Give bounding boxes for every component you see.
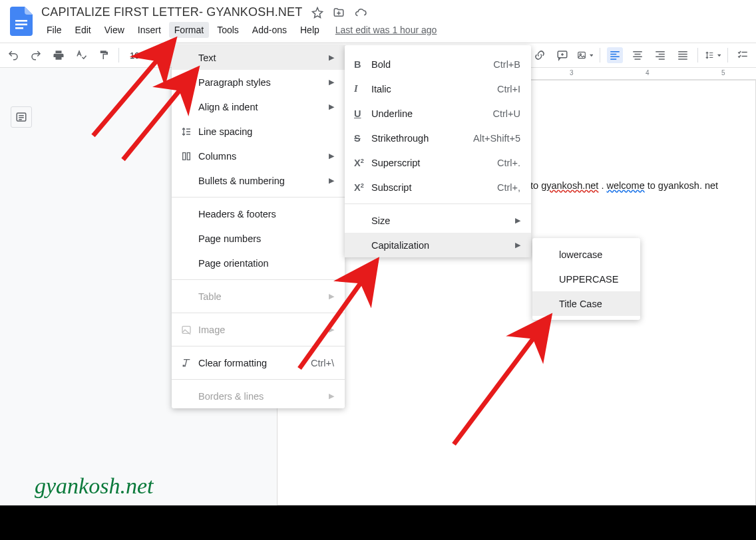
format-line-spacing[interactable]: Line spacing [172, 119, 345, 144]
format-dropdown: Text▶ Paragraph styles▶ Align & indent▶ … [172, 45, 345, 408]
redo-icon[interactable] [28, 47, 44, 63]
align-center-icon[interactable] [630, 47, 646, 63]
text-italic[interactable]: IItalicCtrl+I [345, 76, 531, 101]
menu-tools[interactable]: Tools [212, 22, 244, 38]
format-align-indent[interactable]: Align & indent▶ [172, 94, 345, 119]
outline-toggle-icon[interactable] [11, 106, 32, 128]
move-icon[interactable] [333, 7, 345, 19]
capitalization-submenu: lowercase UPPERCASE Title Case [532, 238, 640, 320]
last-edit-link[interactable]: Last edit was 1 hour ago [335, 25, 437, 35]
text-submenu: BBoldCtrl+B IItalicCtrl+I UUnderlineCtrl… [345, 45, 531, 257]
text-capitalization[interactable]: Capitalization▶ [345, 233, 531, 257]
document-text[interactable]: to gyankosh.net . welcome to gyankosh. n… [530, 180, 756, 191]
format-table: Table▶ [172, 284, 345, 309]
text-strikethrough[interactable]: SStrikethroughAlt+Shift+5 [345, 126, 531, 150]
format-columns[interactable]: Columns▶ [172, 144, 345, 168]
format-clear-formatting[interactable]: Clear formattingCtrl+\ [172, 350, 345, 375]
menu-addons[interactable]: Add-ons [247, 22, 292, 38]
align-left-icon[interactable] [607, 47, 623, 63]
svg-rect-1 [15, 24, 27, 26]
spellcheck-icon[interactable] [73, 47, 89, 63]
format-headers-footers[interactable]: Headers & footers [172, 202, 345, 226]
text-underline[interactable]: UUnderlineCtrl+U [345, 101, 531, 126]
text-superscript[interactable]: X2SuperscriptCtrl+. [345, 150, 531, 175]
menu-format[interactable]: Format [169, 22, 209, 38]
docs-logo[interactable] [8, 8, 35, 35]
format-page-orientation[interactable]: Page orientation [172, 251, 345, 275]
text-bold[interactable]: BBoldCtrl+B [345, 52, 531, 76]
undo-icon[interactable] [5, 47, 21, 63]
svg-rect-0 [15, 20, 27, 22]
align-justify-icon[interactable] [675, 47, 691, 63]
insert-image-icon[interactable] [577, 47, 593, 63]
format-text[interactable]: Text▶ [172, 45, 345, 70]
watermark: gyankosh.net [35, 473, 153, 499]
svg-rect-2 [15, 27, 23, 29]
menu-edit[interactable]: Edit [70, 22, 96, 38]
format-bullets-numbering[interactable]: Bullets & numbering▶ [172, 168, 345, 193]
menu-insert[interactable]: Insert [132, 22, 166, 38]
svg-rect-7 [182, 326, 190, 333]
document-title[interactable]: CAPITALIZE FIRST LETTER- GYANKOSH.NET [41, 5, 302, 19]
format-image: Image▶ [172, 317, 345, 342]
align-right-icon[interactable] [652, 47, 668, 63]
text-subscript[interactable]: X2SubscriptCtrl+, [345, 175, 531, 200]
menu-help[interactable]: Help [295, 22, 325, 38]
format-paragraph-styles[interactable]: Paragraph styles▶ [172, 70, 345, 94]
format-borders-lines: Borders & lines▶ [172, 384, 345, 408]
format-page-numbers[interactable]: Page numbers [172, 226, 345, 251]
print-icon[interactable] [51, 47, 67, 63]
link-icon[interactable] [532, 47, 548, 63]
checklist-icon[interactable] [735, 47, 751, 63]
cloud-icon[interactable] [354, 7, 367, 19]
comment-icon[interactable] [554, 47, 570, 63]
menu-file[interactable]: File [41, 22, 67, 38]
star-icon[interactable] [311, 7, 323, 19]
cap-titlecase[interactable]: Title Case [532, 291, 640, 316]
text-size[interactable]: Size▶ [345, 208, 531, 233]
line-spacing-icon[interactable] [705, 47, 721, 63]
paint-format-icon[interactable] [96, 47, 112, 63]
menu-view[interactable]: View [99, 22, 130, 38]
cap-lowercase[interactable]: lowercase [532, 242, 640, 267]
svg-rect-4 [578, 52, 586, 58]
zoom-select[interactable]: 100% [126, 47, 164, 63]
cap-uppercase[interactable]: UPPERCASE [532, 267, 640, 291]
